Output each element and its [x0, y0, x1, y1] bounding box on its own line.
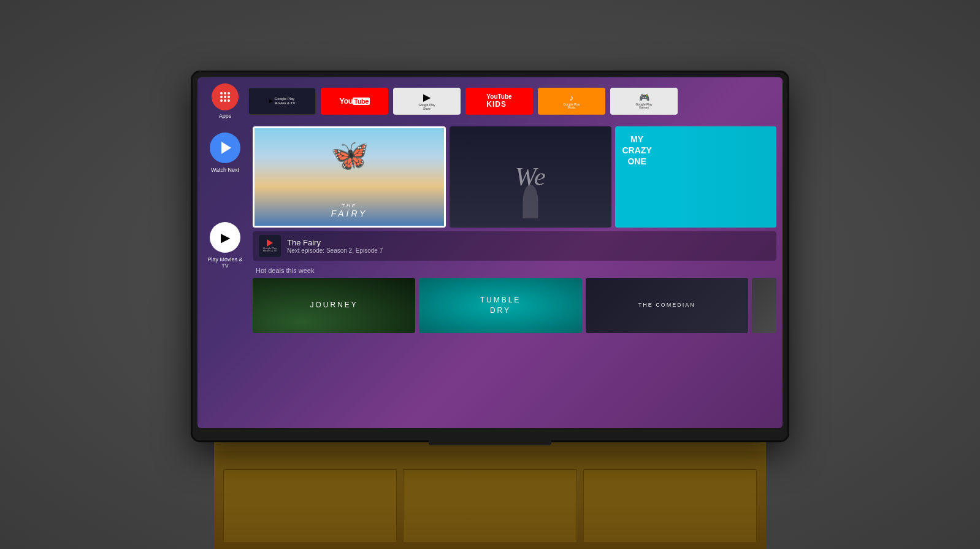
hot-deals-section: Hot deals this week JOURNEY — [253, 267, 776, 333]
play-movies-mini-text: Google PlayMovies & TV — [263, 247, 277, 253]
deal-card-tumble-dry[interactable]: TUMBLEDRY — [419, 278, 581, 333]
deal-card-journey[interactable]: JOURNEY — [253, 278, 415, 333]
apps-dots-icon — [216, 88, 234, 106]
apps-icon-wrapper[interactable]: Apps — [207, 83, 243, 119]
dot — [224, 96, 226, 98]
dot — [220, 96, 223, 98]
deal-card-partial[interactable] — [752, 278, 776, 333]
play-store-icon: ▶ Google PlayStore — [418, 91, 435, 110]
app-play-store[interactable]: ▶ Google PlayStore — [393, 88, 461, 115]
dot — [228, 92, 230, 94]
fairy-the: THE — [255, 203, 444, 209]
info-subtitle: Next episode: Season 2, Episode 7 — [287, 247, 383, 254]
play-triangle-icon — [267, 239, 273, 247]
app-youtube-kids[interactable]: YouTubeKIDS — [465, 88, 533, 115]
tv-screen: Apps ▶ Google Play Movies & TV — [197, 77, 783, 428]
info-bar: Google PlayMovies & TV The Fairy Next ep… — [253, 231, 776, 261]
app-play-music[interactable]: ♪ Google PlayMusic — [538, 88, 605, 115]
sidebar-item-watch-next[interactable]: Watch Next — [210, 132, 240, 173]
tv-wrapper: Apps ▶ Google Play Movies & TV — [193, 72, 787, 440]
app-google-play-movies[interactable]: ▶ Google Play Movies & TV — [248, 88, 316, 115]
info-icon-play-movies: Google PlayMovies & TV — [259, 235, 281, 257]
dot — [224, 99, 226, 102]
featured-card-fairy[interactable]: 🦋 THE FAIRY — [253, 126, 446, 228]
dot — [228, 99, 230, 102]
fairy-title: THE FAIRY — [255, 203, 444, 218]
dot — [220, 99, 223, 102]
mco-title: MYCRAZYONE — [622, 134, 652, 167]
youtube-kids-icon: YouTubeKIDS — [486, 93, 511, 109]
drawer-2 — [403, 469, 576, 543]
hot-deals-label: Hot deals this week — [253, 267, 776, 274]
play-movies-icon-container: ▶ Google Play Movies & TV — [269, 97, 296, 105]
watch-next-section: 🦋 THE FAIRY — [253, 126, 776, 422]
drawer-1 — [223, 469, 397, 543]
fairy-name: FAIRY — [255, 209, 444, 218]
content-cards-row: 🦋 THE FAIRY — [253, 126, 776, 228]
play-movies-mini-icon: Google PlayMovies & TV — [263, 239, 277, 253]
watch-next-label: Watch Next — [211, 167, 239, 173]
play-games-icon: 🎮 Google PlayGames — [635, 93, 652, 110]
youtube-logo: YouTube — [339, 96, 370, 106]
butterfly-icon: 🦋 — [331, 137, 369, 173]
tv-frame: Apps ▶ Google Play Movies & TV — [193, 72, 787, 440]
play-movies-label: Play Movies & TV — [204, 256, 247, 269]
we-container: We — [450, 126, 611, 228]
mco-person-bg — [679, 126, 776, 228]
fairy-bg: 🦋 THE FAIRY — [255, 128, 444, 226]
main-content-row: Watch Next ▶ Play Movies & TV — [204, 126, 776, 422]
tv-stand-drawers — [214, 457, 766, 549]
apps-label: Apps — [219, 113, 232, 119]
tv-base — [429, 439, 551, 445]
info-text-container: The Fairy Next episode: Season 2, Episod… — [287, 238, 383, 254]
deal-card-comedian[interactable]: THE COMEDIAN — [586, 278, 748, 333]
hot-deals-row: JOURNEY TUMBLEDRY THE — [253, 278, 776, 333]
drawer-3 — [583, 469, 757, 543]
play-music-icon: ♪ Google PlayMusic — [563, 93, 580, 110]
tv-content: Apps ▶ Google Play Movies & TV — [197, 77, 783, 428]
sidebar-item-play-movies[interactable]: ▶ Play Movies & TV — [204, 222, 247, 269]
dot — [224, 92, 226, 94]
we-title: We — [515, 162, 546, 191]
play-movies-circle[interactable]: ▶ — [210, 222, 240, 253]
apps-row: Apps ▶ Google Play Movies & TV — [204, 83, 776, 119]
tv-stand — [214, 439, 766, 549]
content-card-we[interactable]: We — [450, 126, 611, 228]
journey-title: JOURNEY — [310, 300, 358, 310]
app-youtube[interactable]: YouTube — [321, 88, 388, 115]
left-sidebar: Watch Next ▶ Play Movies & TV — [204, 126, 247, 422]
info-title: The Fairy — [287, 238, 383, 247]
watch-next-circle[interactable] — [210, 132, 240, 163]
app-play-games[interactable]: 🎮 Google PlayGames — [610, 88, 678, 115]
tumble-dry-title: TUMBLEDRY — [480, 295, 521, 316]
content-card-my-crazy-one[interactable]: MYCRAZYONE — [615, 126, 777, 228]
dot — [228, 96, 230, 98]
play-icon — [221, 142, 231, 154]
youtube-kids-logo: YouTubeKIDS — [486, 93, 511, 109]
mco-container: MYCRAZYONE — [615, 126, 777, 228]
apps-circle[interactable] — [212, 83, 239, 110]
comedian-title: THE COMEDIAN — [638, 301, 695, 309]
dot — [220, 92, 223, 94]
